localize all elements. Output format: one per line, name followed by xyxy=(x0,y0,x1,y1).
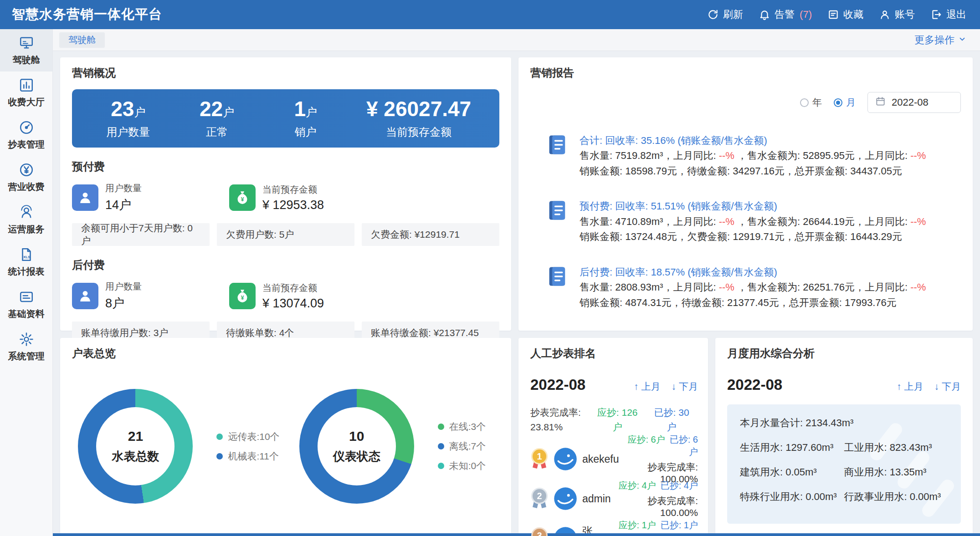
prev-month-button[interactable]: ↑上月 xyxy=(634,380,661,393)
sidebar-item-base-data[interactable]: 基础资料 xyxy=(0,283,52,326)
alarm-button[interactable]: 告警 (7) xyxy=(759,8,812,21)
arrow-down-icon: ↓ xyxy=(672,381,677,392)
rank-number: 2 xyxy=(531,488,548,504)
stat-value: 23 xyxy=(111,97,134,121)
legend-text: 远传表:10个 xyxy=(228,430,279,443)
done-count: 已抄: 6户 xyxy=(670,434,698,457)
report-delta: --% xyxy=(910,216,926,227)
completion-rate: 抄表完成率: 23.81% xyxy=(530,405,581,434)
legend-item: 未知:0个 xyxy=(438,459,486,472)
tab-cockpit[interactable]: 驾驶舱 xyxy=(59,32,105,48)
due-total-value: 应抄: 126 xyxy=(597,405,638,420)
year-radio[interactable]: 年 xyxy=(800,96,822,109)
svg-text:¥: ¥ xyxy=(241,196,244,203)
usage-stat: 建筑用水: 0.05m³ xyxy=(740,465,844,479)
more-operations-dropdown[interactable]: 更多操作 xyxy=(914,33,966,47)
report-item-total: 合计: 回收率: 35.16% (销账金额/售水金额) 售水量: 7519.82… xyxy=(546,133,954,179)
due-count: 应抄: 6户 xyxy=(628,434,665,444)
logout-button[interactable]: 退出 xyxy=(930,8,966,21)
arrow-up-icon: ↑ xyxy=(897,381,902,392)
water-meter-donut-chart: 21 水表总数 xyxy=(78,389,193,504)
month-picker-value: 2022-08 xyxy=(892,97,929,108)
radio-icon xyxy=(800,98,809,107)
year-radio-label: 年 xyxy=(812,96,822,109)
next-month-button[interactable]: ↓下月 xyxy=(934,380,961,393)
gold-medal-icon: 1 xyxy=(530,447,549,471)
stat-users-normal: 22户 正常 xyxy=(173,97,262,139)
legend-text: 未知:0个 xyxy=(449,459,486,472)
stat-value: ¥ 26027.47 xyxy=(366,97,471,121)
arrow-up-icon: ↑ xyxy=(634,381,639,392)
avatar xyxy=(553,447,578,471)
sidebar-label: 抄表管理 xyxy=(8,138,45,151)
stat-label: 用户数量 xyxy=(105,281,142,293)
due-total-unit: 户 xyxy=(597,420,638,434)
usage-stat: 行政事业用水: 0.00m³ xyxy=(844,490,949,504)
legend-item: 离线:7个 xyxy=(438,440,486,453)
report-headline: 后付费: 回收率: 18.57% (销账金额/售水金额) xyxy=(580,265,926,280)
radio-icon xyxy=(834,98,842,107)
sidebar-item-charging-hall[interactable]: 收费大厅 xyxy=(0,71,52,114)
next-month-label: 下月 xyxy=(942,380,961,393)
legend-text: 离线:7个 xyxy=(449,440,486,453)
report-item-prepaid: 预付费: 回收率: 51.51% (销账金额/售水金额) 售水量: 4710.8… xyxy=(546,199,954,244)
legend-dot xyxy=(438,424,444,430)
postpaid-amount-stat: ¥ 当前预存金额 ¥ 13074.09 xyxy=(229,282,386,311)
user-stats: 应抄: 4户已抄: 4户 抄表完成率: 100.00% xyxy=(616,480,698,518)
legend-dot xyxy=(438,463,444,469)
avatar xyxy=(553,486,578,511)
stat-value: 8户 xyxy=(105,295,142,311)
stat-unit: 户 xyxy=(134,106,145,118)
done-total-unit: 户 xyxy=(654,420,689,434)
month-radio[interactable]: 月 xyxy=(834,96,856,109)
stat-prepaid-amount: ¥ 26027.47 当前预存金额 xyxy=(350,97,487,139)
stat-label: 正常 xyxy=(173,125,262,139)
month-picker[interactable]: 2022-08 xyxy=(867,92,961,113)
report-delta: --% xyxy=(719,216,734,227)
refresh-button[interactable]: 刷新 xyxy=(707,8,743,21)
sidebar-item-system-mgmt[interactable]: 系统管理 xyxy=(0,326,52,368)
sidebar-item-reports[interactable]: XLS 统计报表 xyxy=(0,241,52,283)
stat-users-total: 23户 用户数量 xyxy=(84,97,173,139)
report-headline: 预付费: 回收率: 51.51% (销账金额/售水金额) xyxy=(580,199,926,214)
overview-stat-banner: 23户 用户数量 22户 正常 1户 销户 ¥ 26027.47 xyxy=(72,89,499,148)
account-button[interactable]: 账号 xyxy=(879,8,915,21)
report-delta: --% xyxy=(910,281,926,293)
prev-month-label: 上月 xyxy=(641,380,661,393)
service-person-icon xyxy=(19,204,34,220)
favorites-button[interactable]: 收藏 xyxy=(827,8,863,21)
prepaid-stats: 用户数量 14户 ¥ 当前预存金额 ¥ 12953.38 xyxy=(72,182,499,213)
sidebar-item-operation-service[interactable]: 运营服务 xyxy=(0,199,52,241)
done-total: 已抄: 30 户 xyxy=(654,405,689,434)
done-total-value: 已抄: 30 xyxy=(654,405,689,420)
ranking-month: 2022-08 xyxy=(530,376,585,393)
report-line2: 售水量: 4710.89m³，上月同比: --% ，售水金额为: 26644.1… xyxy=(580,214,926,229)
completion-rate-value: 23.81% xyxy=(530,420,581,434)
report-text: 售水量: 2808.93m³，上月同比: xyxy=(580,281,719,293)
sidebar-item-meter-reading[interactable]: 抄表管理 xyxy=(0,114,52,156)
completion-rate-label: 抄表完成率: xyxy=(530,405,581,420)
user-rate: 抄表完成率: 100.00% xyxy=(616,495,698,518)
next-month-button[interactable]: ↓下月 xyxy=(672,380,698,393)
meter-overview-panel: 户表总览 21 水表总数 远传表:10个 机械表:11个 xyxy=(60,338,511,536)
monthly-analysis-panel: 月度用水综合分析 2022-08 ↑上月 ↓下月 本月水量合计: 2134.43… xyxy=(715,338,973,536)
report-item-postpaid: 后付费: 回收率: 18.57% (销账金额/售水金额) 售水量: 2808.9… xyxy=(546,265,954,310)
stat-label: 当前预存金额 xyxy=(262,282,324,294)
sidebar-item-business-fees[interactable]: 营业收费 xyxy=(0,156,52,199)
sidebar-item-cockpit[interactable]: 驾驶舱 xyxy=(0,29,52,71)
legend-dot xyxy=(216,453,223,459)
chevron-down-icon xyxy=(958,34,966,46)
gear-icon xyxy=(19,332,34,347)
panel-title: 营销概况 xyxy=(72,66,499,80)
more-operations-label: 更多操作 xyxy=(914,33,954,47)
stat-label: 用户数量 xyxy=(105,182,142,194)
prepaid-user-stat: 用户数量 14户 xyxy=(72,182,229,213)
stat-value: 22 xyxy=(200,97,223,121)
account-icon xyxy=(879,9,891,20)
usage-stat: 工业用水: 823.43m³ xyxy=(844,441,949,454)
alarm-count-badge: (7) xyxy=(800,9,812,20)
prev-month-button[interactable]: ↑上月 xyxy=(897,380,924,393)
horizontal-scrollbar[interactable] xyxy=(53,533,980,536)
money-bag-icon: ¥ xyxy=(229,184,256,211)
due-count: 应抄: 1户 xyxy=(619,520,656,530)
